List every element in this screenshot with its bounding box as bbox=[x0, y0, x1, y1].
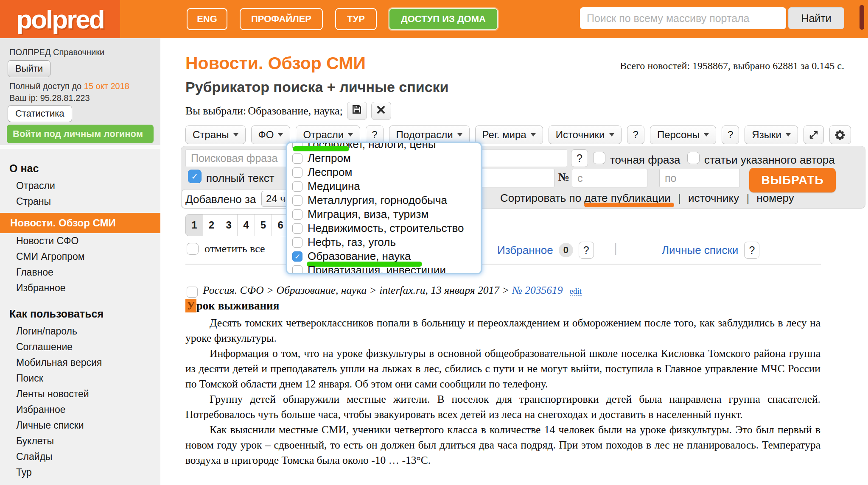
news-item-checkbox[interactable] bbox=[187, 287, 198, 298]
full-text-checkbox[interactable]: ✓ bbox=[188, 170, 202, 183]
header: polpred ENG ПРОФАЙЛЕР ТУР ДОСТУП ИЗ ДОМА… bbox=[0, 0, 868, 38]
sidebar-item[interactable]: Слайды bbox=[0, 449, 160, 465]
dropdown-item[interactable]: Приватизация, инвестиции bbox=[287, 263, 481, 274]
dropdown-item[interactable]: Леспром bbox=[287, 165, 481, 179]
sidebar-section-header[interactable]: Как пользоваться bbox=[0, 300, 160, 323]
filter-sources[interactable]: Источники bbox=[549, 125, 622, 144]
checkbox-unchecked[interactable] bbox=[292, 181, 302, 192]
dropdown-item[interactable]: Медицина bbox=[287, 179, 481, 193]
mark-all-checkbox[interactable] bbox=[187, 243, 199, 255]
page-button[interactable]: 3 bbox=[220, 215, 238, 236]
filter-persons-help[interactable]: ? bbox=[722, 125, 739, 144]
annotation-orange-underline-sort-date bbox=[584, 203, 674, 207]
sidebar-item[interactable]: Буклеты bbox=[0, 433, 160, 449]
exact-phrase-label: точная фраза bbox=[610, 153, 680, 167]
filter-industries-help[interactable]: ? bbox=[366, 125, 383, 144]
filter-languages-label: Языки bbox=[752, 129, 781, 141]
sidebar-section-header[interactable]: О нас bbox=[0, 155, 160, 178]
annotation-green-underline-industries bbox=[293, 146, 349, 151]
favorites-link[interactable]: Избранное bbox=[497, 244, 553, 257]
filter-expand[interactable] bbox=[804, 125, 824, 144]
sidebar-item[interactable]: Ленты новостей bbox=[0, 386, 160, 402]
sidebar-item[interactable]: Избранное bbox=[0, 280, 160, 296]
logout-button[interactable]: Выйти bbox=[8, 60, 50, 77]
statistics-button[interactable]: Статистика bbox=[8, 105, 72, 122]
breadcrumb: Россия. СФО > Образование, наука > inter… bbox=[203, 284, 582, 297]
phrase-help-button[interactable]: ? bbox=[571, 149, 588, 167]
checkbox-checked[interactable]: ✓ bbox=[292, 251, 302, 262]
save-selection-button[interactable] bbox=[347, 102, 367, 120]
profiler-button[interactable]: ПРОФАЙЛЕР bbox=[240, 8, 323, 30]
horizontal-divider bbox=[185, 264, 821, 265]
checkbox-unchecked[interactable] bbox=[292, 209, 302, 220]
favorites-help-button[interactable]: ? bbox=[579, 242, 594, 259]
tour-button[interactable]: ТУР bbox=[335, 8, 377, 30]
clear-selection-button[interactable] bbox=[371, 102, 391, 120]
personal-lists-link[interactable]: Личные списки bbox=[662, 244, 738, 257]
sidebar-item[interactable]: Соглашение bbox=[0, 339, 160, 355]
sidebar-item[interactable]: СМИ Агропром bbox=[0, 249, 160, 265]
dropdown-item[interactable]: Нефть, газ, уголь bbox=[287, 235, 481, 249]
eng-button[interactable]: ENG bbox=[187, 8, 227, 30]
dropdown-item-label: Медицина bbox=[308, 180, 360, 193]
article-headline: Урок выживания bbox=[185, 299, 279, 312]
ip-line: Ваш ip: 95.28.81.223 bbox=[9, 93, 90, 103]
checkbox-unchecked[interactable] bbox=[292, 237, 302, 248]
sidebar-item[interactable]: Отрасли bbox=[0, 178, 160, 194]
personal-login-button[interactable]: Войти под личным логином bbox=[7, 125, 154, 143]
sidebar-item-active[interactable]: Новости. Обзор СМИ bbox=[0, 213, 160, 233]
number-to-input[interactable] bbox=[659, 169, 740, 187]
edit-link[interactable]: edit bbox=[570, 287, 582, 296]
sidebar-item[interactable]: Мобильная версия bbox=[0, 355, 160, 371]
number-from-input[interactable] bbox=[572, 169, 647, 187]
filter-persons[interactable]: Персоны bbox=[650, 125, 716, 144]
filter-federal-districts[interactable]: ФО bbox=[251, 125, 291, 144]
exact-phrase-checkbox[interactable] bbox=[593, 152, 605, 164]
sort-separator: | bbox=[739, 192, 756, 204]
author-articles-checkbox[interactable] bbox=[687, 152, 700, 164]
find-button[interactable]: Найти bbox=[788, 7, 844, 29]
dropdown-item-label: Легпром bbox=[308, 152, 351, 165]
filter-languages[interactable]: Языки bbox=[745, 125, 798, 144]
dropdown-item[interactable]: Металлургия, горнодобыча bbox=[287, 193, 481, 207]
filter-subindustries[interactable]: Подотрасли bbox=[389, 125, 470, 144]
dropdown-item[interactable]: Легпром bbox=[287, 151, 481, 165]
sort-option[interactable]: номеру bbox=[756, 192, 794, 204]
sidebar-item[interactable]: Тур bbox=[0, 465, 160, 480]
sidebar-item[interactable]: Поиск bbox=[0, 371, 160, 386]
sidebar-item[interactable]: Страны bbox=[0, 194, 160, 209]
close-icon bbox=[376, 105, 386, 117]
dropdown-item[interactable]: ✓Образование, наука bbox=[287, 249, 481, 263]
page-button[interactable]: 5 bbox=[255, 215, 272, 236]
logo[interactable]: polpred bbox=[16, 4, 104, 34]
checkbox-unchecked[interactable] bbox=[292, 153, 302, 164]
sidebar-item[interactable]: Личные списки bbox=[0, 418, 160, 433]
chevron-down-icon bbox=[609, 133, 614, 137]
checkbox-unchecked[interactable] bbox=[292, 195, 302, 206]
dropdown-item[interactable]: Миграция, виза, туризм bbox=[287, 207, 481, 221]
sort-option[interactable]: источнику bbox=[688, 192, 739, 204]
global-search-input[interactable] bbox=[580, 7, 786, 29]
sidebar-item[interactable]: Новости СФО bbox=[0, 233, 160, 249]
page-button[interactable]: 4 bbox=[238, 215, 255, 236]
select-button[interactable]: ВЫБРАТЬ bbox=[749, 168, 836, 192]
filter-industries[interactable]: Отрасли bbox=[296, 125, 360, 144]
filter-settings[interactable] bbox=[829, 125, 851, 144]
filter-countries[interactable]: Страны bbox=[185, 125, 246, 144]
filter-sources-help[interactable]: ? bbox=[627, 125, 644, 144]
filter-world-regions[interactable]: Рег. мира bbox=[475, 125, 543, 144]
checkbox-unchecked[interactable] bbox=[292, 265, 302, 275]
dropdown-item[interactable]: Недвижимость, строительство bbox=[287, 221, 481, 235]
page-button[interactable]: 1 bbox=[186, 215, 203, 236]
scrollbar-thumb[interactable] bbox=[860, 5, 864, 30]
dropdown-item-label: Нефть, газ, уголь bbox=[308, 236, 396, 249]
page-button[interactable]: 2 bbox=[203, 215, 221, 236]
checkbox-unchecked[interactable] bbox=[292, 223, 302, 234]
sidebar-item[interactable]: Логин/пароль bbox=[0, 323, 160, 339]
sidebar-item[interactable]: Главное bbox=[0, 265, 160, 280]
sidebar-item[interactable]: Избранное bbox=[0, 402, 160, 418]
personal-lists-help-button[interactable]: ? bbox=[744, 242, 759, 259]
home-access-button[interactable]: ДОСТУП ИЗ ДОМА bbox=[389, 8, 498, 30]
checkbox-unchecked[interactable] bbox=[292, 167, 302, 178]
news-number-link[interactable]: № 2035619 bbox=[512, 284, 563, 296]
